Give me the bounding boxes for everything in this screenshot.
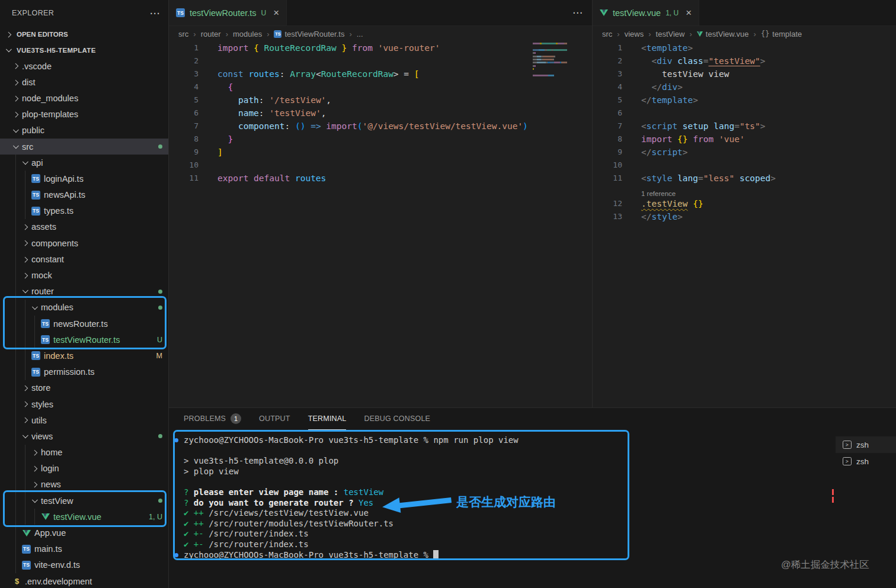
tab-testview-vue[interactable]: testView.vue 1, U × — [593, 0, 699, 25]
indent-guide — [25, 300, 25, 316]
tree-item-utils[interactable]: utils — [0, 412, 168, 428]
file-tree: .vscodedistnode_modulesplop-templatespub… — [0, 58, 168, 588]
breadcrumb-separator-icon: › — [226, 30, 228, 38]
git-badge: 1, U — [149, 513, 162, 521]
tree-item-newsRouter.ts[interactable]: TSnewsRouter.ts — [0, 316, 168, 332]
terminal-output[interactable]: zychooo@ZYCHOOOs-MacBook-Pro vue3ts-h5-t… — [169, 435, 834, 588]
breadcrumb-item-template[interactable]: {}template — [761, 30, 802, 38]
tree-item-App.vue[interactable]: App.vue — [0, 525, 168, 541]
tree-item-mock[interactable]: mock — [0, 267, 168, 283]
tree-item-router[interactable]: router — [0, 284, 168, 300]
code-line: 4 { — [169, 81, 592, 94]
tree-item-main.ts[interactable]: TSmain.ts — [0, 541, 168, 557]
terminal-line: > plop view — [169, 467, 834, 477]
close-icon[interactable]: × — [686, 8, 692, 18]
tree-item-styles[interactable]: styles — [0, 396, 168, 412]
tree-item-label: components — [31, 239, 78, 248]
tree-item-index.ts[interactable]: TSindex.tsM — [0, 348, 168, 364]
breadcrumb-item-router[interactable]: router — [201, 30, 221, 38]
code-editor-testviewrouter[interactable]: 1import { RouteRecordRaw } from 'vue-rou… — [169, 41, 592, 407]
code-line: 4 </div> — [593, 81, 896, 94]
tree-item-node_modules[interactable]: node_modules — [0, 90, 168, 106]
breadcrumb-label: testView.vue — [706, 30, 749, 38]
editor-more-actions-icon[interactable]: ⋯ — [572, 8, 583, 18]
chevron-right-icon — [21, 400, 30, 409]
tab-testviewrouter-ts[interactable]: TS testViewRouter.ts U × — [169, 0, 287, 25]
tree-item-dist[interactable]: dist — [0, 74, 168, 90]
breadcrumb-item-views[interactable]: views — [625, 30, 644, 38]
breadcrumb-item-src[interactable]: src — [178, 30, 188, 38]
tree-item-.env.development[interactable]: $.env.development — [0, 573, 168, 588]
terminal-instance-zsh[interactable]: >zsh — [836, 453, 896, 470]
line-number: 11 — [593, 172, 622, 185]
tree-item-news[interactable]: news — [0, 477, 168, 493]
tree-item-label: news — [41, 480, 61, 489]
tree-item-label: mock — [31, 271, 52, 280]
tree-item-api[interactable]: api — [0, 155, 168, 171]
explorer-more-actions-icon[interactable]: ⋯ — [150, 8, 160, 18]
indent-guide — [34, 316, 35, 332]
tree-item-label: App.vue — [34, 528, 66, 538]
tree-item-types.ts[interactable]: TStypes.ts — [0, 203, 168, 219]
tree-item-modules[interactable]: modules — [0, 300, 168, 316]
chevron-down-icon — [31, 497, 39, 505]
terminal-instance-zsh[interactable]: >zsh — [836, 436, 896, 453]
tree-item-constant[interactable]: constant — [0, 251, 168, 267]
breadcrumb-item-testView[interactable]: testView — [656, 30, 685, 38]
open-editors-section[interactable]: OPEN EDITORS — [0, 26, 168, 43]
chevron-right-icon — [12, 94, 20, 102]
panel-tab-problems[interactable]: PROBLEMS1 — [184, 408, 241, 430]
panel-tab-output[interactable]: OUTPUT — [259, 408, 290, 430]
chevron-right-icon — [31, 448, 39, 457]
tree-item-.vscode[interactable]: .vscode — [0, 58, 168, 74]
terminal-line: zychooo@ZYCHOOOs-MacBook-Pro vue3ts-h5-t… — [169, 550, 834, 561]
tree-item-home[interactable]: home — [0, 445, 168, 461]
breadcrumb-item-testView.vue[interactable]: testView.vue — [697, 30, 749, 38]
tree-item-label: newsRouter.ts — [53, 319, 108, 329]
ts-file-icon: TS — [40, 335, 50, 345]
tree-item-login[interactable]: login — [0, 461, 168, 477]
codelens-reference[interactable]: 1 reference — [641, 190, 676, 197]
chevron-right-icon — [12, 78, 20, 86]
project-root-section[interactable]: VUE3TS-H5-TEMPLATE — [0, 43, 168, 58]
panel-tab-debug-console[interactable]: DEBUG CONSOLE — [364, 408, 430, 430]
tree-item-label: src — [22, 142, 33, 152]
tree-item-loginApi.ts[interactable]: TSloginApi.ts — [0, 171, 168, 187]
tree-item-testView.vue[interactable]: testView.vue1, U — [0, 509, 168, 525]
tree-item-assets[interactable]: assets — [0, 219, 168, 235]
tree-item-public[interactable]: public — [0, 123, 168, 139]
tree-item-vite-env.d.ts[interactable]: TSvite-env.d.ts — [0, 557, 168, 573]
terminal-line — [169, 477, 834, 487]
vue-file-icon — [40, 512, 50, 522]
panel-tab-terminal[interactable]: TERMINAL — [308, 408, 347, 430]
code-line: 7<script setup lang="ts"> — [593, 120, 896, 133]
ts-file-icon: TS — [31, 367, 41, 377]
tab-bar-right: testView.vue 1, U × — [593, 0, 896, 26]
tree-item-label: store — [31, 383, 50, 393]
tree-item-newsApi.ts[interactable]: TSnewsApi.ts — [0, 187, 168, 203]
breadcrumb-label: src — [602, 30, 612, 38]
tree-item-views[interactable]: views — [0, 428, 168, 444]
minimap[interactable] — [533, 43, 569, 78]
line-number: 9 — [169, 146, 199, 159]
breadcrumb-item-testViewRouter.ts[interactable]: TStestViewRouter.ts — [274, 30, 344, 38]
breadcrumb-item-...[interactable]: ... — [357, 30, 363, 38]
tree-item-components[interactable]: components — [0, 235, 168, 251]
panel-tab-label: OUTPUT — [259, 415, 290, 423]
code-line: 10 — [593, 159, 896, 172]
code-editor-testview[interactable]: 1<template>2 <div class="testView">3 tes… — [593, 41, 896, 407]
tree-item-plop-templates[interactable]: plop-templates — [0, 107, 168, 123]
breadcrumb-item-src[interactable]: src — [602, 30, 612, 38]
indent-guide — [15, 396, 16, 412]
indent-guide — [25, 461, 25, 477]
tree-item-testView[interactable]: testView — [0, 493, 168, 509]
tree-item-src[interactable]: src — [0, 139, 168, 155]
tree-item-permission.ts[interactable]: TSpermission.ts — [0, 364, 168, 380]
arrow-shaft — [398, 497, 452, 508]
line-number: 6 — [593, 107, 622, 120]
tree-item-store[interactable]: store — [0, 380, 168, 396]
close-icon[interactable]: × — [273, 8, 279, 18]
tree-item-testViewRouter.ts[interactable]: TStestViewRouter.tsU — [0, 332, 168, 348]
breadcrumb-item-modules[interactable]: modules — [233, 30, 262, 38]
terminal-icon: > — [843, 441, 852, 449]
